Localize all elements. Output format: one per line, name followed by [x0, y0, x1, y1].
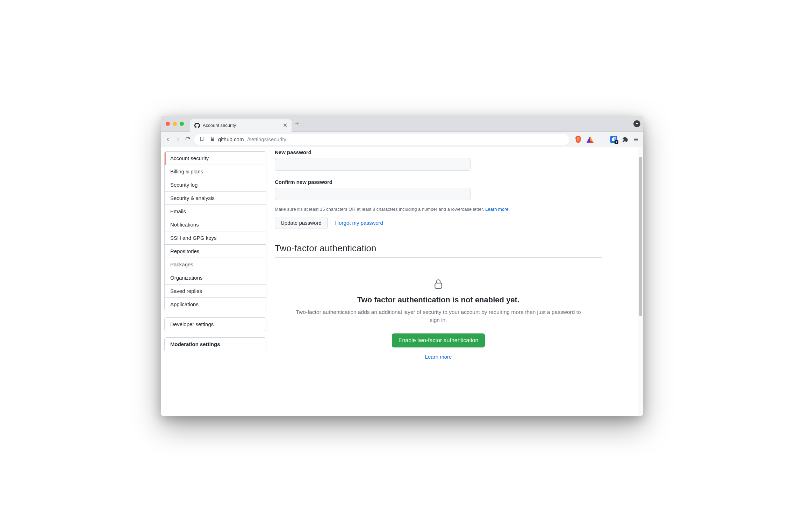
sidebar-item-emails[interactable]: Emails — [165, 205, 266, 218]
forward-button[interactable] — [175, 136, 181, 143]
settings-main: New password Confirm new password Make s… — [266, 147, 602, 416]
sidebar-item-label: Notifications — [170, 222, 199, 228]
window-controls — [166, 122, 184, 126]
sidebar-nav-group: Account security Billing & plans Securit… — [164, 151, 266, 311]
sidebar-heading-label: Moderation settings — [170, 341, 220, 347]
confirm-password-input[interactable] — [275, 188, 471, 200]
sidebar-item-label: Applications — [170, 301, 199, 307]
brave-rewards-icon[interactable] — [587, 136, 594, 143]
github-favicon-icon — [194, 123, 200, 128]
back-button[interactable] — [165, 136, 171, 143]
tab-title: Account security — [203, 123, 280, 128]
new-tab-button[interactable]: + — [295, 120, 299, 128]
sidebar-item-notifications[interactable]: Notifications — [165, 218, 266, 231]
sidebar-item-label: Developer settings — [170, 321, 214, 327]
tfa-title: Two factor authentication is not enabled… — [296, 295, 581, 304]
minimize-window-button[interactable] — [173, 122, 177, 126]
sidebar-item-label: Account security — [170, 155, 209, 161]
sidebar-item-repositories[interactable]: Repositories — [165, 245, 266, 258]
sidebar-item-billing[interactable]: Billing & plans — [165, 165, 266, 178]
address-bar[interactable]: github.com/settings/security — [194, 134, 569, 145]
lock-icon[interactable] — [210, 136, 215, 142]
extension-icon[interactable]: 1 — [610, 136, 617, 143]
sidebar-item-ssh-gpg[interactable]: SSH and GPG keys — [165, 231, 266, 245]
tab-close-icon[interactable]: ✕ — [283, 122, 287, 129]
browser-toolbar: github.com/settings/security 1 — [161, 132, 643, 147]
sidebar-moderation-heading[interactable]: Moderation settings — [164, 337, 266, 351]
sidebar-item-label: SSH and GPG keys — [170, 235, 217, 241]
sidebar-item-security-log[interactable]: Security log — [165, 178, 266, 192]
sidebar-item-label: Organizations — [170, 275, 203, 281]
browser-tabbar: Account security ✕ + — [161, 116, 643, 132]
password-hint: Make sure it's at least 15 characters OR… — [275, 207, 602, 212]
forgot-password-link[interactable]: I forgot my password — [335, 220, 383, 226]
browser-tab[interactable]: Account security ✕ — [190, 119, 292, 132]
reload-button[interactable] — [185, 136, 191, 143]
sidebar-item-organizations[interactable]: Organizations — [165, 271, 266, 285]
hint-text: Make sure it's at least 15 characters OR… — [275, 207, 485, 212]
toolbar-right-icons: 1 — [575, 136, 639, 143]
page-viewport: Account security Billing & plans Securit… — [161, 147, 643, 416]
url-domain: github.com — [218, 136, 244, 142]
brave-shields-icon[interactable] — [575, 136, 582, 143]
sidebar-item-applications[interactable]: Applications — [165, 298, 266, 311]
tfa-description: Two-factor authentication adds an additi… — [296, 308, 581, 324]
extensions-puzzle-icon[interactable] — [622, 136, 629, 143]
lock-icon — [296, 279, 581, 289]
browser-window: Account security ✕ + github.com/settings… — [161, 116, 643, 416]
settings-sidebar: Account security Billing & plans Securit… — [164, 147, 266, 416]
enable-tfa-button[interactable]: Enable two-factor authentication — [392, 333, 485, 347]
tfa-learn-more-link[interactable]: Learn more — [296, 354, 581, 360]
sidebar-item-label: Security log — [170, 182, 198, 188]
scrollbar-thumb[interactable] — [639, 157, 642, 316]
password-learn-more-link[interactable]: Learn more — [485, 207, 508, 212]
password-actions: Update password I forgot my password — [275, 217, 602, 229]
url-path: /settings/security — [247, 136, 286, 142]
sidebar-developer-settings[interactable]: Developer settings — [164, 317, 266, 331]
sidebar-item-label: Security & analysis — [170, 195, 215, 201]
maximize-window-button[interactable] — [180, 122, 184, 126]
sidebar-item-packages[interactable]: Packages — [165, 258, 266, 271]
sidebar-item-label: Billing & plans — [170, 168, 203, 174]
browser-profile-button[interactable] — [633, 120, 640, 127]
extension-badge-count: 1 — [615, 140, 618, 144]
sidebar-item-label: Saved replies — [170, 288, 202, 294]
sidebar-item-account-security[interactable]: Account security — [165, 152, 266, 165]
svg-rect-2 — [435, 283, 442, 288]
sidebar-item-label: Packages — [170, 261, 193, 267]
browser-menu-icon[interactable] — [633, 137, 639, 142]
new-password-input[interactable] — [275, 158, 471, 171]
scrollbar-track[interactable] — [638, 147, 643, 416]
sidebar-item-saved-replies[interactable]: Saved replies — [165, 285, 266, 298]
sidebar-item-label: Repositories — [170, 248, 199, 254]
tfa-empty-state: Two factor authentication is not enabled… — [275, 272, 602, 367]
new-password-label: New password — [275, 149, 602, 155]
confirm-password-label: Confirm new password — [275, 179, 602, 185]
sidebar-item-security-analysis[interactable]: Security & analysis — [165, 192, 266, 205]
update-password-button[interactable]: Update password — [275, 217, 328, 229]
sidebar-item-label: Emails — [170, 208, 186, 214]
close-window-button[interactable] — [166, 122, 170, 126]
bookmark-icon[interactable] — [199, 136, 204, 143]
tfa-section-heading: Two-factor authentication — [275, 243, 602, 258]
